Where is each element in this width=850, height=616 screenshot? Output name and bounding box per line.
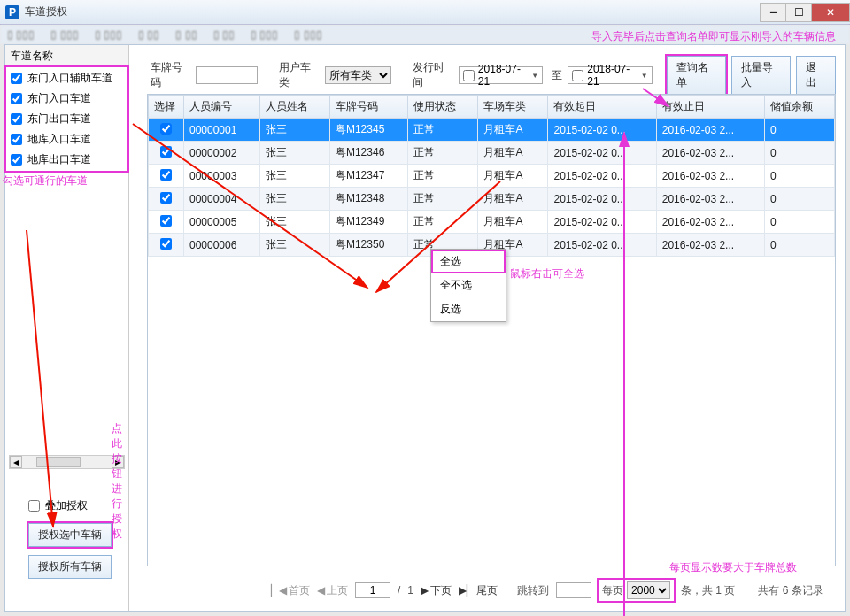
pager-total: 1 — [407, 584, 413, 597]
stack-auth-label: 叠加授权 — [45, 498, 88, 513]
pager-annotation: 每页显示数要大于车牌总数 — [669, 560, 797, 575]
row-checkbox[interactable] — [160, 215, 172, 227]
lane-item[interactable]: 地库出口车道 — [5, 150, 128, 170]
pager-slash: / — [398, 584, 400, 597]
pager: ▏◀ 首页 ◀ 上页 / 1 ▶ 下页 ▶▏ 尾页 跳转到 每页 2000 条，… — [271, 577, 836, 604]
batch-import-button[interactable]: 批量导入 — [731, 56, 791, 95]
date-from-box[interactable]: 2018-07-21▼ — [459, 66, 543, 84]
app-icon: P — [5, 5, 19, 19]
column-header[interactable]: 有效止日 — [656, 96, 764, 119]
auth-annotation: 点此按钮进行授权 — [112, 421, 128, 542]
lane-item[interactable]: 东门入口车道 — [5, 89, 128, 109]
pager-pagesize-box: 每页 2000 — [599, 580, 674, 601]
pager-next[interactable]: ▶ 下页 — [421, 583, 452, 598]
table-row[interactable]: 00000002张三粤M12346正常月租车A2015-02-02 0...20… — [149, 142, 835, 165]
content-area: 车牌号码 用户车类 所有车类 发行时间 2018-07-21▼ 至 2018-0… — [129, 45, 845, 611]
maximize-button[interactable]: ☐ — [785, 3, 812, 22]
row-checkbox[interactable] — [160, 123, 172, 135]
scroll-left-icon[interactable]: ◂ — [10, 456, 22, 468]
pager-suffix2: 共有 6 条记录 — [758, 583, 823, 598]
date-from-value: 2018-07-21 — [478, 63, 528, 88]
query-button[interactable]: 查询名单 — [667, 56, 726, 95]
pager-suffix1: 条，共 1 页 — [681, 583, 735, 598]
lane-list: 东门入口辅助车道东门入口车道东门出口车道地库入口车道地库出口车道 — [5, 66, 128, 172]
lane-label: 东门入口辅助车道 — [27, 71, 112, 86]
row-checkbox[interactable] — [160, 238, 172, 250]
lane-label: 地库出口车道 — [27, 152, 91, 167]
main-panel: 车道名称 东门入口辅助车道东门入口车道东门出口车道地库入口车道地库出口车道 ◂ … — [4, 44, 846, 612]
lane-annotation: 勾选可通行的车道 — [3, 173, 88, 189]
pager-last[interactable]: ▶▏ 尾页 — [459, 583, 498, 598]
lane-label: 东门入口车道 — [27, 91, 91, 106]
stack-auth-checkbox[interactable]: 叠加授权 — [28, 498, 88, 513]
column-header[interactable]: 选择 — [149, 96, 184, 119]
data-table: 选择人员编号人员姓名车牌号码使用状态车场车类有效起日有效止日储值余额000000… — [147, 94, 836, 566]
date-to-box[interactable]: 2018-07-21▼ — [568, 66, 652, 84]
lane-label: 东门出口车道 — [27, 112, 91, 127]
pager-page-input[interactable] — [355, 582, 390, 598]
plate-input[interactable] — [196, 66, 258, 84]
date-to-value: 2018-07-21 — [587, 63, 637, 88]
lane-sidebar: 车道名称 东门入口辅助车道东门入口车道东门出口车道地库入口车道地库出口车道 ◂ … — [5, 45, 129, 611]
table-row[interactable]: 00000005张三粤M12349正常月租车A2015-02-02 0...20… — [149, 211, 835, 234]
ctx-invert[interactable]: 反选 — [431, 297, 506, 321]
lane-checkbox[interactable] — [11, 154, 22, 166]
auth-all-button[interactable]: 授权所有车辆 — [28, 555, 112, 579]
lane-item[interactable]: 东门入口辅助车道 — [5, 68, 128, 89]
user-class-label: 用户车类 — [279, 60, 319, 90]
lane-checkbox[interactable] — [11, 93, 22, 104]
context-menu: 全选 全不选 反选 — [430, 249, 506, 322]
plate-label: 车牌号码 — [151, 60, 190, 90]
to-label: 至 — [552, 68, 562, 83]
column-header[interactable]: 车牌号码 — [329, 96, 408, 119]
per-page-select[interactable]: 2000 — [627, 581, 670, 599]
exit-button[interactable]: 退出 — [796, 56, 836, 95]
pager-prev[interactable]: ◀ 上页 — [317, 583, 348, 598]
row-checkbox[interactable] — [160, 192, 172, 204]
table-row[interactable]: 00000003张三粤M12347正常月租车A2015-02-02 0...20… — [149, 165, 835, 188]
column-header[interactable]: 使用状态 — [408, 96, 478, 119]
pager-jump-label: 跳转到 — [517, 583, 549, 598]
table-row[interactable]: 00000004张三粤M12348正常月租车A2015-02-02 0...20… — [149, 188, 835, 211]
pager-first[interactable]: ▏◀ 首页 — [271, 583, 310, 598]
window-titlebar: P 车道授权 ━ ☐ ✕ — [0, 0, 850, 25]
user-class-select[interactable]: 所有车类 — [325, 66, 392, 84]
window-title: 车道授权 — [25, 4, 761, 19]
filter-row: 车牌号码 用户车类 所有车类 发行时间 2018-07-21▼ 至 2018-0… — [147, 63, 836, 88]
column-header[interactable]: 人员编号 — [184, 96, 260, 119]
lane-horizontal-scrollbar[interactable]: ◂ ▸ — [9, 455, 125, 469]
auth-selected-button[interactable]: 授权选中车辆 — [28, 523, 112, 547]
close-button[interactable]: ✕ — [811, 3, 850, 22]
row-checkbox[interactable] — [160, 146, 172, 158]
ctx-annotation: 鼠标右击可全选 — [510, 266, 584, 281]
ctx-select-all[interactable]: 全选 — [431, 250, 506, 273]
ctx-select-none[interactable]: 全不选 — [431, 273, 506, 297]
column-header[interactable]: 人员姓名 — [259, 96, 329, 119]
lane-checkbox[interactable] — [11, 73, 22, 84]
top-annotation: 导入完毕后点击查询名单即可显示刚导入的车辆信息 — [591, 29, 836, 44]
column-header[interactable]: 储值余额 — [764, 96, 834, 119]
minimize-button[interactable]: ━ — [760, 3, 786, 22]
per-page-label: 每页 — [602, 583, 623, 598]
lane-checkbox[interactable] — [11, 134, 22, 145]
column-header[interactable]: 有效起日 — [548, 96, 656, 119]
scroll-thumb[interactable] — [36, 457, 81, 467]
column-header[interactable]: 车场车类 — [478, 96, 548, 119]
lane-item[interactable]: 地库入口车道 — [5, 129, 128, 150]
issue-time-label: 发行时间 — [413, 60, 452, 90]
pager-jump-input[interactable] — [556, 582, 591, 598]
sidebar-heading: 车道名称 — [5, 45, 128, 66]
table-row[interactable]: 00000001张三粤M12345正常月租车A2015-02-02 0...20… — [149, 119, 835, 142]
lane-item[interactable]: 东门出口车道 — [5, 109, 128, 129]
lane-label: 地库入口车道 — [27, 132, 91, 147]
lane-checkbox[interactable] — [11, 113, 22, 125]
row-checkbox[interactable] — [160, 169, 172, 181]
